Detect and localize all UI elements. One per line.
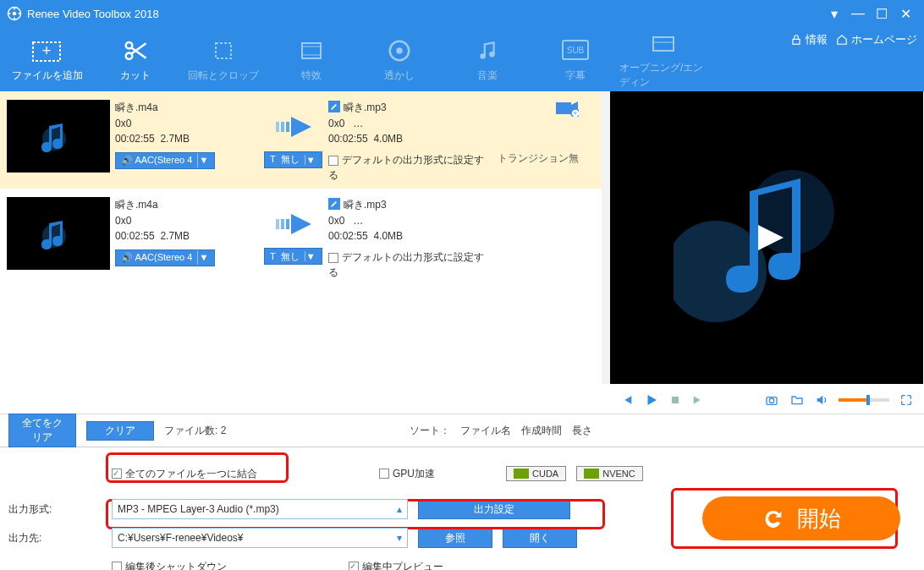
src-resolution: 0x0 bbox=[115, 213, 259, 229]
sort-by-length[interactable]: 長さ bbox=[572, 424, 592, 438]
app-logo-icon bbox=[7, 6, 22, 21]
clear-button[interactable]: クリア bbox=[86, 421, 154, 441]
svg-marker-32 bbox=[291, 214, 311, 234]
file-row[interactable]: 瞬き.m4a 0x0 00:02:55 2.7MB 🔊 AAC(Stereo 4… bbox=[0, 189, 602, 286]
svg-text:+: + bbox=[573, 109, 577, 117]
browse-button[interactable]: 参照 bbox=[418, 528, 492, 548]
src-filename: 瞬き.m4a bbox=[115, 100, 259, 116]
open-button[interactable]: 開く bbox=[503, 528, 577, 548]
svg-point-13 bbox=[489, 52, 495, 58]
svg-marker-23 bbox=[291, 117, 311, 137]
output-dest-select[interactable]: C:¥Users¥F-renee¥Videos¥▾ bbox=[112, 528, 408, 548]
add-file-icon: + bbox=[30, 36, 64, 65]
lock-icon bbox=[790, 34, 802, 46]
nvenc-badge: NVENC bbox=[576, 466, 643, 481]
tool-effects[interactable]: 特效 bbox=[267, 27, 355, 91]
src-resolution: 0x0 bbox=[115, 116, 259, 132]
homepage-link[interactable]: ホームページ bbox=[836, 32, 917, 47]
merge-checkbox[interactable]: 全てのファイルを一つに結合 bbox=[112, 467, 257, 481]
droplet-icon bbox=[387, 36, 412, 65]
svg-rect-30 bbox=[281, 219, 284, 229]
svg-point-12 bbox=[480, 53, 486, 59]
svg-rect-29 bbox=[276, 219, 279, 229]
svg-rect-20 bbox=[276, 122, 279, 132]
dst-resolution: 0x0 … bbox=[328, 213, 489, 229]
dst-filename: 瞬き.mp3 bbox=[328, 197, 489, 213]
home-icon bbox=[836, 34, 848, 46]
svg-point-38 bbox=[769, 398, 773, 403]
file-count-label: ファイル数: 2 bbox=[164, 424, 226, 438]
stop-icon[interactable] bbox=[669, 394, 681, 406]
edit-icon[interactable] bbox=[328, 198, 340, 210]
app-title: Renee Video Toolbox 2018 bbox=[27, 8, 159, 20]
cuda-badge: CUDA bbox=[506, 466, 566, 481]
tool-music[interactable]: 音楽 bbox=[443, 27, 531, 91]
tool-opening-ending[interactable]: オープニング/エンディン bbox=[619, 27, 707, 91]
sort-label: ソート： bbox=[410, 424, 450, 438]
output-settings-button[interactable]: 出力設定 bbox=[418, 499, 570, 519]
svg-point-11 bbox=[396, 47, 403, 54]
subtitle-select[interactable]: T 無し▼ bbox=[264, 151, 322, 168]
svg-point-1 bbox=[13, 12, 17, 16]
format-label: 出力形式: bbox=[8, 502, 102, 517]
subtitle-icon: SUB bbox=[561, 36, 590, 65]
preview-placeholder-icon bbox=[674, 153, 860, 322]
prev-icon[interactable] bbox=[620, 393, 634, 407]
volume-icon[interactable] bbox=[815, 393, 828, 407]
audio-track-select[interactable]: 🔊 AAC(Stereo 4▼ bbox=[115, 152, 215, 169]
dst-duration-size: 00:02:55 4.0MB bbox=[328, 131, 489, 147]
arrow-icon bbox=[264, 214, 323, 234]
refresh-icon bbox=[762, 507, 785, 530]
music-note-icon bbox=[476, 36, 498, 65]
tool-cut[interactable]: カット bbox=[91, 27, 179, 91]
clear-all-button[interactable]: 全てをクリア bbox=[8, 414, 76, 447]
next-icon[interactable] bbox=[691, 393, 705, 407]
tool-watermark[interactable]: 透かし bbox=[355, 27, 443, 91]
sort-by-time[interactable]: 作成時間 bbox=[521, 424, 562, 438]
output-format-select[interactable]: MP3 - MPEG Layer-3 Audio (*.mp3)▴ bbox=[112, 499, 408, 519]
default-format-checkbox[interactable]: デフォルトの出力形式に設定する bbox=[328, 154, 484, 182]
slate-icon bbox=[651, 29, 676, 58]
dst-filename: 瞬き.mp3 bbox=[328, 100, 489, 116]
file-thumbnail bbox=[7, 197, 110, 270]
tool-subtitle[interactable]: SUB 字幕 bbox=[531, 27, 619, 91]
shutdown-checkbox[interactable]: 編集後シャットダウン bbox=[112, 560, 227, 571]
add-clip-icon[interactable]: + bbox=[494, 100, 579, 122]
close-button[interactable]: ✕ bbox=[894, 6, 917, 22]
info-link[interactable]: 情報 bbox=[790, 32, 828, 47]
subtitle-select[interactable]: T 無し▼ bbox=[264, 248, 322, 265]
maximize-button[interactable]: ☐ bbox=[870, 6, 894, 22]
audio-track-select[interactable]: 🔊 AAC(Stereo 4▼ bbox=[115, 249, 215, 266]
file-thumbnail bbox=[7, 100, 110, 173]
transition-label: トランジション無 bbox=[494, 151, 579, 167]
fullscreen-icon[interactable] bbox=[899, 393, 913, 407]
camera-icon[interactable] bbox=[764, 393, 779, 407]
svg-rect-6 bbox=[216, 43, 231, 58]
file-list: 瞬き.m4a 0x0 00:02:55 2.7MB 🔊 AAC(Stereo 4… bbox=[0, 91, 602, 384]
volume-slider[interactable] bbox=[839, 398, 889, 402]
start-button[interactable]: 開始 bbox=[702, 496, 900, 540]
arrow-icon bbox=[264, 117, 323, 137]
play-icon[interactable] bbox=[644, 392, 659, 408]
svg-rect-7 bbox=[302, 43, 321, 58]
minimize-button[interactable]: — bbox=[846, 6, 870, 21]
folder-icon[interactable] bbox=[789, 393, 805, 407]
film-icon bbox=[299, 36, 324, 65]
gpu-checkbox[interactable]: GPU加速 bbox=[379, 467, 435, 481]
tool-rotate-crop[interactable]: 回転とクロップ bbox=[179, 27, 267, 91]
sort-by-filename[interactable]: ファイル名 bbox=[460, 424, 511, 438]
menu-dropdown-icon[interactable]: ▾ bbox=[822, 6, 846, 22]
scissors-icon bbox=[120, 36, 151, 65]
svg-rect-18 bbox=[793, 39, 800, 44]
default-format-checkbox[interactable]: デフォルトの出力形式に設定する bbox=[328, 251, 484, 279]
preview-panel bbox=[610, 91, 923, 384]
edit-icon[interactable] bbox=[328, 101, 340, 112]
preview-checkbox[interactable]: 編集中プレビュー bbox=[349, 560, 443, 571]
src-duration-size: 00:02:55 2.7MB bbox=[115, 131, 259, 147]
main-toolbar: + ファイルを追加 カット 回転とクロップ 特效 透かし 音楽 SUB 字幕 オ… bbox=[0, 27, 924, 91]
svg-rect-31 bbox=[286, 219, 289, 229]
svg-rect-22 bbox=[286, 122, 289, 132]
tool-add-file[interactable]: + ファイルを追加 bbox=[3, 27, 91, 91]
src-duration-size: 00:02:55 2.7MB bbox=[115, 228, 259, 244]
file-row[interactable]: 瞬き.m4a 0x0 00:02:55 2.7MB 🔊 AAC(Stereo 4… bbox=[0, 91, 602, 189]
